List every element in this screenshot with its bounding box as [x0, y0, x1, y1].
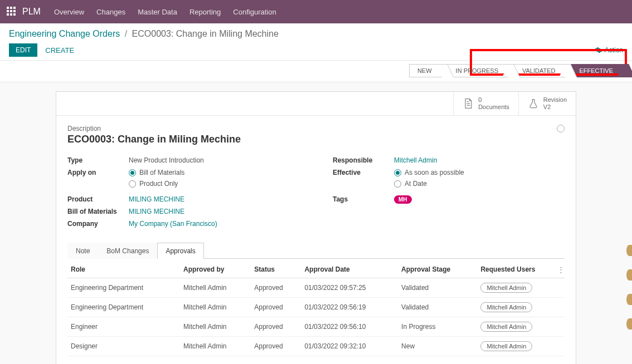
avatar[interactable] — [626, 294, 632, 305]
cell-role: Engineering Department — [67, 298, 180, 317]
nav-configuration[interactable]: Configuration — [233, 8, 276, 16]
cell-status: Approved — [251, 298, 301, 317]
cell-stage: New — [398, 337, 477, 356]
type-label: Type — [67, 156, 129, 164]
col-approval-stage: Approval Stage — [398, 261, 477, 278]
cell-approved-by: Mitchell Admin — [180, 298, 251, 317]
col-requested-users: Requested Users — [477, 261, 565, 278]
breadcrumb-current: ECO0003: Change in Miling Mechine — [132, 29, 279, 38]
tab-approvals[interactable]: Approvals — [157, 243, 203, 259]
cell-date: 01/03/2022 09:56:10 — [301, 317, 398, 337]
subheader: Engineering Change Orders / ECO0003: Cha… — [0, 23, 632, 61]
documents-stat[interactable]: 0Documents — [453, 92, 518, 115]
app-name[interactable]: PLM — [22, 7, 41, 17]
description-label: Description — [67, 125, 241, 132]
effective-asap-radio[interactable] — [394, 169, 401, 176]
cell-status: Approved — [251, 317, 301, 337]
bom-link[interactable]: MILING MECHINE — [129, 208, 184, 215]
apply-on-product-label: Product Only — [139, 180, 178, 188]
breadcrumb-separator: / — [125, 29, 127, 38]
nav-changes[interactable]: Changes — [96, 8, 125, 16]
revision-label: Revision — [543, 96, 567, 104]
nav-master-data[interactable]: Master Data — [138, 8, 177, 16]
apply-on-bom-radio[interactable] — [129, 169, 136, 176]
documents-count: 0 — [478, 96, 509, 104]
cell-stage: Validated — [398, 298, 477, 317]
topbar: PLM Overview Changes Master Data Reporti… — [0, 0, 632, 23]
edit-button[interactable]: EDIT — [9, 43, 37, 57]
effective-asap-label: As soon as possible — [405, 169, 464, 176]
cell-date: 01/03/2022 09:32:10 — [301, 337, 398, 356]
flask-icon — [528, 98, 539, 109]
cell-stage: Validated — [398, 278, 477, 298]
revision-value: V2 — [543, 104, 567, 111]
bom-label: Bill of Materials — [67, 208, 129, 215]
approvals-table: Role Approved by Status Approval Date Ap… — [67, 261, 565, 356]
nav-overview[interactable]: Overview — [54, 8, 84, 16]
table-row[interactable]: Engineer Mitchell Admin Approved 01/03/2… — [67, 317, 565, 337]
followers-sidebar — [626, 245, 632, 329]
requested-user-chip[interactable]: Mitchell Admin — [480, 302, 532, 312]
tags-label: Tags — [333, 195, 394, 203]
col-approval-date: Approval Date — [301, 261, 398, 278]
responsible-label: Responsible — [333, 156, 394, 164]
document-icon — [463, 98, 474, 109]
apply-on-product-radio[interactable] — [129, 180, 136, 188]
apply-on-bom-label: Bill of Materials — [139, 169, 184, 176]
cell-status: Approved — [251, 337, 301, 356]
requested-user-chip[interactable]: Mitchell Admin — [480, 322, 532, 332]
col-role: Role — [67, 261, 180, 278]
tab-note[interactable]: Note — [67, 243, 98, 259]
requested-user-chip[interactable]: Mitchell Admin — [480, 341, 532, 351]
record-title: ECO0003: Change in Miling Mechine — [67, 134, 241, 145]
cell-approved-by: Mitchell Admin — [180, 278, 251, 298]
cell-stage: In Progress — [398, 317, 477, 337]
tab-bom-changes[interactable]: BoM Changes — [98, 243, 157, 259]
tag-mh[interactable]: MH — [394, 195, 412, 204]
requested-user-chip[interactable]: Mitchell Admin — [480, 283, 532, 293]
col-approved-by: Approved by — [180, 261, 251, 278]
record-card: 0Documents RevisionV2 Description ECO000… — [56, 91, 576, 364]
table-options-icon[interactable]: ⋮ — [557, 265, 565, 274]
cell-date: 01/03/2022 09:57:25 — [301, 278, 398, 298]
effective-label: Effective — [333, 169, 394, 176]
avatar[interactable] — [626, 318, 632, 329]
apps-icon[interactable] — [7, 7, 17, 17]
breadcrumb: Engineering Change Orders / ECO0003: Cha… — [9, 29, 623, 39]
cell-role: Designer — [67, 337, 180, 356]
product-link[interactable]: MILING MECHINE — [129, 195, 184, 203]
product-label: Product — [67, 195, 129, 203]
priority-indicator[interactable] — [557, 125, 565, 132]
cell-role: Engineer — [67, 317, 180, 337]
cell-role: Engineering Department — [67, 278, 180, 298]
cell-date: 01/03/2022 09:56:19 — [301, 298, 398, 317]
create-button[interactable]: CREATE — [45, 46, 74, 55]
company-link[interactable]: My Company (San Francisco) — [129, 220, 217, 228]
documents-label: Documents — [478, 104, 509, 111]
revision-stat[interactable]: RevisionV2 — [518, 92, 576, 115]
table-row[interactable]: Designer Mitchell Admin Approved 01/03/2… — [67, 337, 565, 356]
col-status: Status — [251, 261, 301, 278]
cell-approved-by: Mitchell Admin — [180, 337, 251, 356]
action-menu[interactable]: Action — [595, 46, 623, 54]
effective-date-radio[interactable] — [394, 180, 401, 188]
breadcrumb-parent[interactable]: Engineering Change Orders — [9, 29, 120, 38]
stage-new[interactable]: NEW — [409, 64, 442, 77]
nav-reporting[interactable]: Reporting — [189, 8, 221, 16]
stage-bar: NEW IN PROGRESS VALIDATED EFFECTIVE — [0, 61, 632, 82]
cell-approved-by: Mitchell Admin — [180, 317, 251, 337]
avatar[interactable] — [626, 269, 632, 281]
table-row[interactable]: Engineering Department Mitchell Admin Ap… — [67, 278, 565, 298]
avatar[interactable] — [626, 245, 632, 256]
apply-on-label: Apply on — [67, 169, 129, 176]
table-row[interactable]: Engineering Department Mitchell Admin Ap… — [67, 298, 565, 317]
effective-date-label: At Date — [405, 180, 427, 188]
responsible-link[interactable]: Mitchell Admin — [394, 156, 437, 164]
company-label: Company — [67, 220, 129, 228]
cell-status: Approved — [251, 278, 301, 298]
action-label: Action — [605, 46, 623, 54]
gear-icon — [595, 46, 602, 54]
type-value: New Product Introduction — [129, 156, 204, 164]
